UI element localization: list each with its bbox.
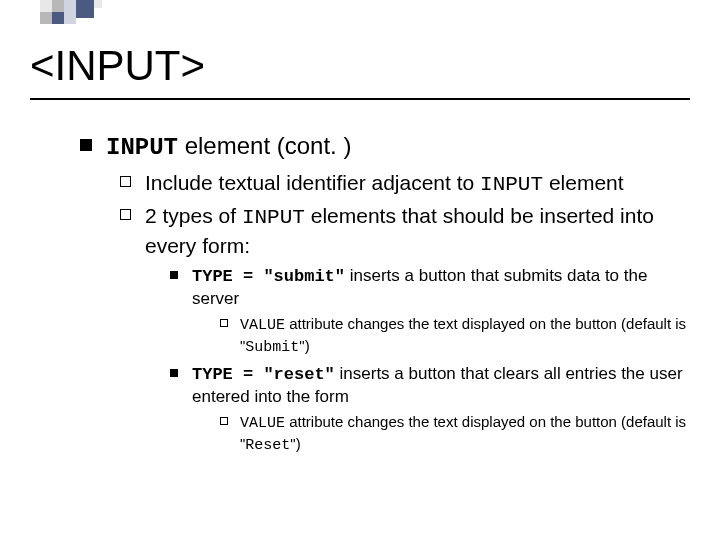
bullet-square-icon	[80, 139, 92, 151]
bullet-text: TYPE = "submit" inserts a button that su…	[192, 265, 690, 310]
bullet-small-square-icon	[170, 271, 178, 279]
bullet-hollow-square-icon	[120, 209, 131, 220]
bullet-text: 2 types of INPUT elements that should be…	[145, 202, 690, 259]
bullet-small-square-icon	[170, 369, 178, 377]
bullet-text: TYPE = "reset" inserts a button that cle…	[192, 363, 690, 408]
bullet-hollow-small-square-icon	[220, 417, 228, 425]
list-item: VALUE attribute changes the text display…	[220, 412, 690, 455]
title-underline	[30, 98, 690, 100]
bullet-text: VALUE attribute changes the text display…	[240, 314, 690, 357]
bullet-text: Include textual identifier adjacent to I…	[145, 169, 624, 198]
slide-body: INPUT element (cont. ) Include textual i…	[80, 130, 690, 459]
bullet-hollow-small-square-icon	[220, 319, 228, 327]
slide-title: <INPUT>	[30, 42, 205, 90]
bullet-hollow-square-icon	[120, 176, 131, 187]
list-item: INPUT element (cont. )	[80, 130, 690, 163]
list-item: TYPE = "reset" inserts a button that cle…	[170, 363, 690, 408]
list-item: TYPE = "submit" inserts a button that su…	[170, 265, 690, 310]
list-item: VALUE attribute changes the text display…	[220, 314, 690, 357]
list-item: 2 types of INPUT elements that should be…	[120, 202, 690, 259]
list-item: Include textual identifier adjacent to I…	[120, 169, 690, 198]
bullet-text: INPUT element (cont. )	[106, 130, 351, 163]
bullet-text: VALUE attribute changes the text display…	[240, 412, 690, 455]
